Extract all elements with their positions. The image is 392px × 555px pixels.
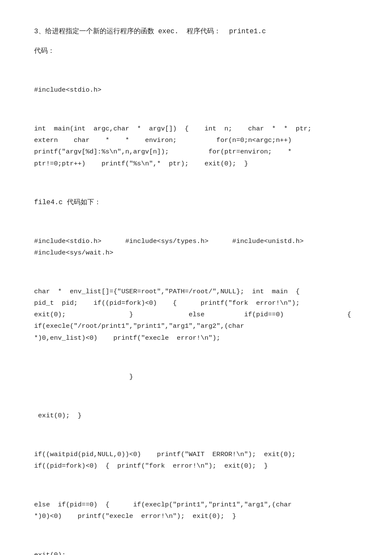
- includes-block2: #include<stdio.h> #include<sys/types.h> …: [34, 236, 358, 259]
- exit-close: exit(0); }: [34, 410, 358, 422]
- blank-8: [34, 429, 358, 441]
- blank-6: [34, 352, 358, 364]
- intro-line: 3、给进程指定一个新的运行程序的函数 exec. 程序代码： printe1.c: [34, 26, 358, 38]
- code-block-2: char * env_list[]={″USER=root″,″PATH=/ro…: [34, 286, 358, 344]
- blank-2: [34, 104, 358, 116]
- blank-4: [34, 216, 358, 228]
- include-stdio: #include<stdio.h>: [34, 84, 358, 96]
- blank-3: [34, 177, 358, 189]
- file4-label: file4.c 代码如下：: [34, 197, 358, 208]
- blank-9: [34, 480, 358, 491]
- blank-10: [34, 530, 358, 542]
- exit-line: exit(0);: [34, 549, 358, 555]
- indent-close: }: [34, 371, 358, 383]
- code-block-4: else if(pid==0) { if(execlp(″print1″,″pr…: [34, 499, 358, 522]
- blank-1: [34, 65, 358, 77]
- code-block-3: if((waitpid(pid,NULL,0))<0) printf(″WAIT…: [34, 449, 358, 472]
- intro-line2: 代码：: [34, 45, 358, 57]
- blank-7: [34, 390, 358, 402]
- blank-5: [34, 266, 358, 278]
- code-block-1: int main(int argc,char * argv[]) { int n…: [34, 123, 358, 170]
- main-content: 3、给进程指定一个新的运行程序的函数 exec. 程序代码： printe1.c…: [34, 26, 358, 555]
